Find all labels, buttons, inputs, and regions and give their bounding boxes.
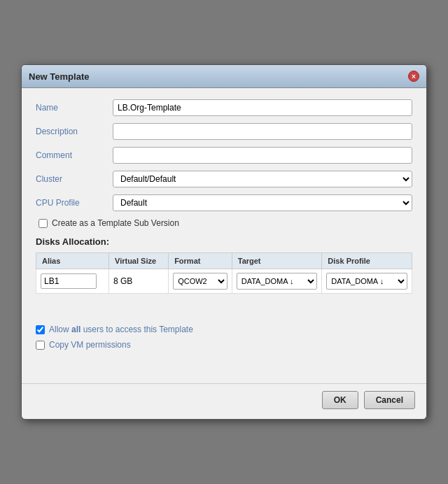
disk-profile-select[interactable]: DATA_DOMA ↓ (326, 273, 407, 290)
name-input[interactable] (113, 99, 412, 116)
cpu-profile-row: CPU Profile Default (36, 194, 412, 211)
cluster-row: Cluster Default/Default (36, 171, 412, 187)
copy-vm-label: Copy VM permissions (49, 340, 131, 350)
col-disk-profile: Disk Profile (322, 253, 412, 269)
close-button[interactable]: × (408, 71, 419, 82)
dialog-footer: OK Cancel (22, 383, 426, 419)
sub-version-label: Create as a Template Sub Version (52, 218, 179, 228)
comment-row: Comment (36, 147, 412, 164)
cluster-label: Cluster (36, 174, 113, 184)
sub-version-checkbox[interactable] (38, 219, 48, 228)
copy-vm-row: Copy VM permissions (36, 340, 412, 350)
allow-all-row: Allow all users to access this Template (36, 325, 412, 334)
cpu-profile-select[interactable]: Default (113, 194, 412, 211)
format-cell: QCOW2 RAW (169, 269, 232, 294)
col-format: Format (169, 253, 232, 269)
allow-all-checkbox[interactable] (36, 325, 45, 334)
col-virtual-size: Virtual Size (109, 253, 169, 269)
col-alias: Alias (36, 253, 109, 269)
target-select[interactable]: DATA_DOMA ↓ (237, 273, 318, 290)
alias-cell (36, 269, 109, 294)
table-row: 8 GB QCOW2 RAW DATA_DOMA ↓ (36, 269, 412, 294)
virtual-size-cell: 8 GB (109, 269, 169, 294)
description-input[interactable] (113, 123, 412, 140)
ok-button[interactable]: OK (322, 391, 358, 409)
cluster-select[interactable]: Default/Default (113, 171, 412, 187)
name-label: Name (36, 103, 113, 113)
alias-input[interactable] (41, 273, 97, 289)
format-select[interactable]: QCOW2 RAW (173, 273, 227, 290)
cpu-profile-label: CPU Profile (36, 198, 113, 208)
disk-profile-cell: DATA_DOMA ↓ (322, 269, 412, 294)
target-cell: DATA_DOMA ↓ (232, 269, 322, 294)
dialog-title-bar: New Template × (22, 65, 426, 88)
new-template-dialog: New Template × Name Description Comment … (21, 64, 427, 420)
comment-label: Comment (36, 150, 113, 160)
dialog-body: Name Description Comment Cluster Default… (22, 88, 426, 369)
footer-checkboxes: Allow all users to access this Template … (36, 325, 412, 350)
comment-input[interactable] (113, 147, 412, 164)
name-row: Name (36, 99, 412, 116)
sub-version-row: Create as a Template Sub Version (36, 218, 412, 228)
description-label: Description (36, 127, 113, 136)
description-row: Description (36, 123, 412, 140)
allow-all-label: Allow all users to access this Template (49, 325, 193, 334)
cancel-button[interactable]: Cancel (364, 391, 415, 409)
col-target: Target (232, 253, 322, 269)
disks-section-title: Disks Allocation: (36, 236, 412, 247)
virtual-size-value: 8 GB (113, 276, 132, 286)
disks-table: Alias Virtual Size Format Target Disk Pr… (36, 252, 412, 294)
dialog-title: New Template (29, 71, 89, 82)
copy-vm-checkbox[interactable] (36, 341, 45, 350)
